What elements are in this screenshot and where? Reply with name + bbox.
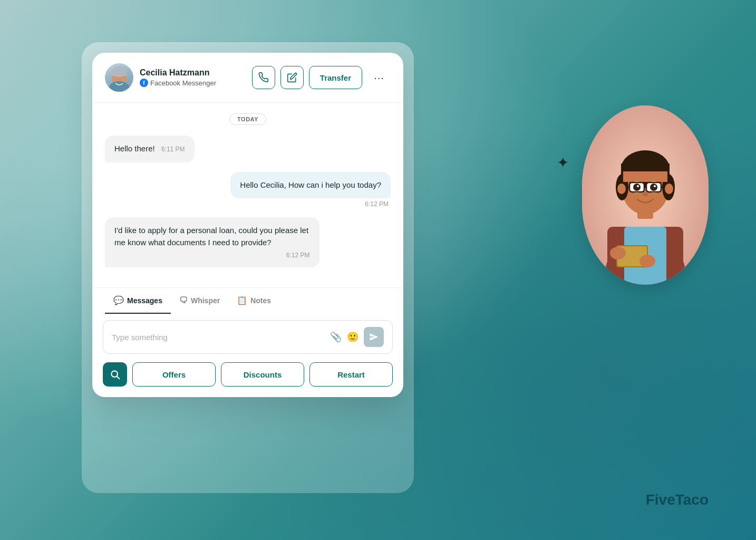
svg-rect-16: [623, 171, 667, 182]
svg-point-34: [639, 255, 655, 267]
messages-area: TODAY Hello there! 6:11 PM Hello Cecilia…: [92, 103, 403, 287]
avatar: [105, 63, 133, 92]
notes-tab-icon: 📋: [237, 295, 247, 305]
reply-tabs: 💬 Messages 🗨 Whisper 📋 Notes: [92, 287, 403, 314]
person-card: [582, 105, 709, 285]
svg-point-33: [610, 247, 626, 259]
chat-header: Cecilia Hatzmann f Facebook Messenger: [92, 53, 403, 103]
scene: ✦ ✦ Cecilia Hatzmann: [0, 0, 756, 540]
messages-tab-icon: 💬: [113, 295, 124, 305]
message-bubble: I'd like to apply for a personal loan, c…: [105, 217, 319, 267]
brand-logo: FiveTaco: [646, 491, 709, 508]
date-divider: TODAY: [105, 113, 391, 125]
transfer-button[interactable]: Transfer: [309, 66, 362, 89]
tab-messages[interactable]: 💬 Messages: [105, 288, 171, 314]
restart-button[interactable]: Restart: [309, 362, 393, 387]
header-actions: Transfer ···: [252, 66, 391, 89]
input-area: Type something 📎 🙂: [92, 314, 403, 362]
message-row: I'd like to apply for a personal loan, c…: [105, 217, 391, 267]
message-input[interactable]: Type something: [112, 333, 325, 342]
search-button[interactable]: [103, 362, 127, 387]
svg-point-24: [633, 184, 641, 191]
svg-point-26: [637, 185, 639, 187]
svg-point-29: [617, 184, 626, 194]
tab-notes[interactable]: 📋 Notes: [228, 288, 279, 314]
svg-point-3: [109, 81, 130, 92]
input-icons: 📎 🙂: [330, 327, 384, 347]
chat-card: Cecilia Hatzmann f Facebook Messenger: [92, 53, 403, 397]
facebook-icon: f: [140, 79, 148, 87]
svg-point-28: [643, 192, 648, 196]
emoji-icon[interactable]: 🙂: [347, 331, 358, 343]
user-source: f Facebook Messenger: [140, 79, 246, 87]
message-row: Hello there! 6:11 PM: [105, 136, 391, 162]
user-name: Cecilia Hatzmann: [140, 68, 246, 78]
message-bubble: Hello there! 6:11 PM: [105, 136, 195, 162]
tab-whisper[interactable]: 🗨 Whisper: [171, 288, 228, 314]
whisper-tab-icon: 🗨: [179, 296, 188, 305]
date-badge: TODAY: [229, 113, 266, 125]
discounts-button[interactable]: Discounts: [221, 362, 304, 387]
svg-rect-2: [112, 72, 127, 76]
more-button[interactable]: ···: [367, 66, 391, 89]
message-bubble: Hello Cecilia, How can i help you today?: [230, 172, 391, 199]
send-button[interactable]: [364, 327, 384, 347]
user-info: Cecilia Hatzmann f Facebook Messenger: [140, 68, 246, 87]
svg-point-30: [665, 184, 673, 194]
attach-icon[interactable]: 📎: [330, 331, 342, 343]
svg-point-27: [654, 185, 656, 187]
more-icon: ···: [374, 72, 384, 84]
message-row: Hello Cecilia, How can i help you today?…: [105, 172, 391, 208]
call-button[interactable]: [252, 66, 275, 89]
svg-line-5: [117, 377, 120, 379]
svg-point-25: [650, 184, 657, 191]
user-source-label: Facebook Messenger: [150, 79, 216, 87]
offers-button[interactable]: Offers: [132, 362, 216, 387]
input-box: Type something 📎 🙂: [103, 320, 393, 354]
bottom-actions: Offers Discounts Restart: [92, 362, 403, 397]
sparkle-right-icon: ✦: [557, 156, 569, 170]
edit-button[interactable]: [280, 66, 304, 89]
